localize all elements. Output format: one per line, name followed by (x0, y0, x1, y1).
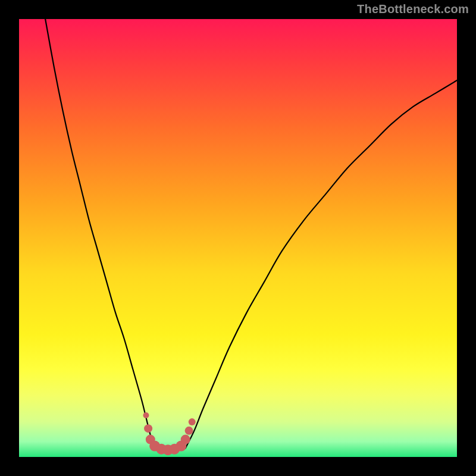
valley-marker (185, 427, 193, 435)
chart-frame: TheBottleneck.com (0, 0, 476, 476)
plot-area (19, 19, 457, 457)
valley-marker (143, 412, 149, 418)
valley-marker (144, 424, 152, 433)
valley-markers (143, 412, 195, 455)
curve-right-branch (186, 80, 457, 448)
curve-left-branch (45, 19, 155, 448)
valley-marker (181, 435, 190, 444)
attribution-text: TheBottleneck.com (357, 2, 469, 16)
curve-layer (19, 19, 457, 457)
valley-marker (189, 418, 196, 425)
